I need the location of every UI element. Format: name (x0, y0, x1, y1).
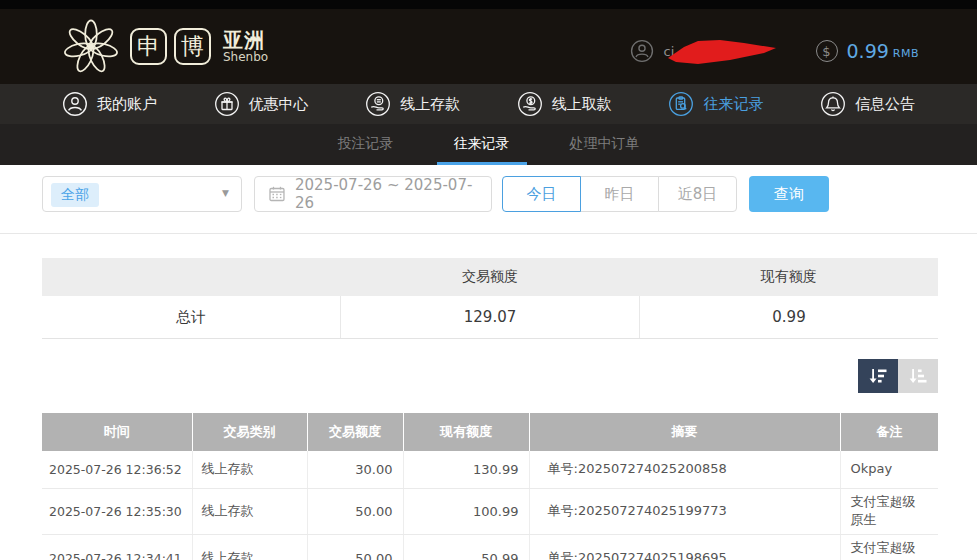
gift-icon (214, 91, 240, 117)
cell-time: 2025-07-26 12:35:30 (42, 488, 192, 535)
nav-label: 往来记录 (703, 95, 763, 114)
cell-note: Okpay (840, 451, 938, 488)
type-select-value: 全部 (51, 183, 99, 207)
nav-deposit[interactable]: 线上存款 (365, 91, 460, 117)
cell-balance: 50.99 (403, 535, 529, 560)
sort-asc-icon (907, 365, 929, 387)
section-divider (0, 233, 977, 234)
nav-label: 信息公告 (855, 95, 915, 114)
sort-descending-button[interactable] (858, 359, 898, 393)
balance-currency: RMB (893, 42, 919, 60)
site-logo[interactable]: 申 博 亚洲 Shenbo (62, 18, 268, 76)
summary-total-label: 总计 (42, 296, 340, 338)
nav-transaction-records[interactable]: 往来记录 (668, 91, 763, 117)
nav-label: 线上存款 (400, 95, 460, 114)
col-amount[interactable]: 交易额度 (307, 413, 403, 451)
nav-promotions[interactable]: 优惠中心 (214, 91, 309, 117)
nav-label: 我的账户 (97, 95, 157, 114)
sort-desc-icon (867, 365, 889, 387)
nav-label: 线上取款 (552, 95, 612, 114)
summary-header-row: 交易额度 现有额度 (42, 258, 938, 296)
records-header-row: 时间 交易类别 交易额度 现有额度 摘要 备注 (42, 413, 938, 451)
search-button[interactable]: 查询 (749, 176, 829, 212)
cell-summary: 单号:202507274025200858 (529, 451, 840, 488)
cell-balance: 100.99 (403, 488, 529, 535)
cell-type: 线上存款 (192, 488, 307, 535)
type-select[interactable]: 全部 ▼ (42, 176, 242, 212)
chevron-down-icon: ▼ (222, 188, 229, 198)
user-balance-area: ci $ 0.99 RMB (630, 37, 920, 65)
sub-nav: 投注记录 往来记录 处理中订单 (0, 124, 977, 165)
cell-amount: 30.00 (307, 451, 403, 488)
nav-my-account[interactable]: 我的账户 (62, 91, 157, 117)
flower-logo-icon (62, 18, 120, 76)
col-summary[interactable]: 摘要 (529, 413, 840, 451)
window-top-strip (0, 0, 977, 9)
main-nav: 我的账户 优惠中心 线上存款 线上取款 (0, 84, 977, 124)
calendar-icon (268, 185, 286, 203)
cell-type: 线上存款 (192, 451, 307, 488)
nav-announcements[interactable]: 信息公告 (820, 91, 915, 117)
cell-time: 2025-07-26 12:36:52 (42, 451, 192, 488)
summary-balance-total: 0.99 (639, 296, 938, 338)
summary-total-row: 总计 129.07 0.99 (42, 296, 938, 339)
cell-summary: 单号:202507274025199773 (529, 488, 840, 535)
redaction-scribble (668, 38, 780, 65)
table-row: 2025-07-26 12:35:30 线上存款 50.00 100.99 单号… (42, 488, 938, 535)
date-range-input[interactable]: 2025-07-26 ~ 2025-07-26 (254, 176, 492, 212)
cell-time: 2025-07-26 12:34:41 (42, 535, 192, 560)
cell-amount: 50.00 (307, 535, 403, 560)
bell-icon (820, 91, 846, 117)
records-icon (668, 91, 694, 117)
tab-transaction-records[interactable]: 往来记录 (437, 124, 527, 165)
quick-date-group: 今日 昨日 近8日 (502, 176, 737, 212)
yesterday-button[interactable]: 昨日 (580, 176, 659, 212)
logo-char-bo: 博 (174, 28, 211, 65)
nav-label: 优惠中心 (249, 95, 309, 114)
balance-amount: 0.99 (847, 40, 889, 62)
date-range-value: 2025-07-26 ~ 2025-07-26 (295, 176, 491, 212)
user-icon (62, 91, 88, 117)
sort-ascending-button[interactable] (898, 359, 938, 393)
today-button[interactable]: 今日 (502, 176, 581, 212)
logo-char-shen: 申 (130, 28, 167, 65)
summary-header-transaction: 交易额度 (341, 268, 640, 286)
filter-row: 全部 ▼ 2025-07-26 ~ 2025-07-26 今日 昨日 近8日 查… (42, 176, 977, 212)
cell-summary: 单号:202507274025198695 (529, 535, 840, 560)
col-time[interactable]: 时间 (42, 413, 192, 451)
cell-note: 支付宝超级原生 (840, 535, 938, 560)
tab-bet-records[interactable]: 投注记录 (321, 124, 411, 165)
withdraw-icon (517, 91, 543, 117)
records-table: 时间 交易类别 交易额度 现有额度 摘要 备注 2025-07-26 12:36… (42, 413, 938, 560)
user-avatar-icon[interactable] (630, 39, 654, 63)
sort-controls (42, 359, 938, 393)
table-row: 2025-07-26 12:34:41 线上存款 50.00 50.99 单号:… (42, 535, 938, 560)
col-note[interactable]: 备注 (840, 413, 938, 451)
cell-balance: 130.99 (403, 451, 529, 488)
cell-type: 线上存款 (192, 535, 307, 560)
logo-brand-text: Shenbo (223, 51, 268, 64)
summary-table: 交易额度 现有额度 总计 129.07 0.99 (42, 258, 938, 339)
balance-dollar-icon: $ (816, 40, 838, 62)
col-type[interactable]: 交易类别 (192, 413, 307, 451)
nav-withdraw[interactable]: 线上取款 (517, 91, 612, 117)
summary-header-balance: 现有额度 (639, 268, 938, 286)
last8days-button[interactable]: 近8日 (658, 176, 737, 212)
table-row: 2025-07-26 12:36:52 线上存款 30.00 130.99 单号… (42, 451, 938, 488)
summary-transaction-total: 129.07 (340, 296, 639, 338)
col-balance[interactable]: 现有额度 (403, 413, 529, 451)
username-redacted[interactable]: ci (662, 37, 790, 65)
tab-pending-orders[interactable]: 处理中订单 (553, 124, 657, 165)
site-header: 申 博 亚洲 Shenbo ci $ 0.99 RMB (0, 9, 977, 84)
cell-note: 支付宝超级原生 (840, 488, 938, 535)
logo-region-text: 亚洲 (223, 30, 268, 51)
deposit-icon (365, 91, 391, 117)
cell-amount: 50.00 (307, 488, 403, 535)
